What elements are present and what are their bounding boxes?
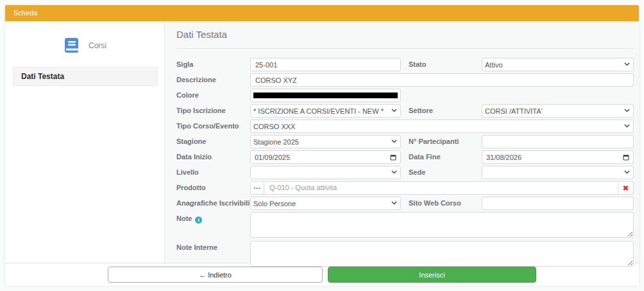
settore-label: Settore [409, 104, 482, 114]
data-inizio-input[interactable]: 01/09/2025 [250, 150, 401, 164]
color-swatch [253, 93, 398, 98]
back-button[interactable]: ← Indietro [108, 267, 323, 283]
ellipsis-icon: ••• [253, 186, 260, 191]
panel-divider [176, 48, 634, 49]
note-interne-textarea[interactable] [250, 241, 634, 267]
form-row-sigla-stato: Sigla Stato Attivo [176, 58, 634, 71]
sigla-label: Sigla [176, 58, 250, 68]
livello-label: Livello [176, 166, 250, 176]
prodotto-remove-button[interactable]: ✖ [618, 182, 633, 194]
scheda-card: Scheda Corsi Dati Testata [5, 5, 639, 286]
sidebar-item-label: Dati Testata [21, 72, 64, 81]
prodotto-value[interactable]: Q-010 - Quota attività [264, 182, 618, 194]
main-panel: Dati Testata Sigla Stato Attivo [165, 21, 639, 263]
sigla-input[interactable] [250, 58, 401, 71]
sidebar-item-dati-testata[interactable]: Dati Testata [13, 67, 158, 86]
stagione-label: Stagione [176, 135, 250, 145]
form-row-descrizione: Descrizione [176, 73, 634, 87]
livello-select[interactable] [250, 166, 401, 179]
form-row-tipocorso: Tipo Corso/Evento CORSO XXX [176, 119, 634, 133]
calendar-icon[interactable] [623, 154, 629, 161]
tipo-iscrizione-label: Tipo Iscrizione [176, 104, 250, 114]
anagrafiche-label: Anagrafiche Iscrivibili [176, 197, 250, 207]
data-inizio-value: 01/09/2025 [255, 154, 290, 161]
stagione-select[interactable]: Stagione 2025 [250, 135, 401, 148]
note-textarea[interactable] [250, 212, 634, 238]
descrizione-label: Descrizione [176, 73, 250, 84]
info-icon[interactable]: i [195, 216, 202, 224]
prodotto-label: Prodotto [176, 181, 250, 191]
sidebar: Corsi Dati Testata [5, 21, 165, 263]
anagrafiche-select[interactable]: Solo Persone [250, 197, 401, 210]
data-fine-label: Data Fine [409, 150, 482, 161]
calendar-icon[interactable] [390, 154, 396, 161]
note-label: Note [176, 215, 192, 222]
sito-web-input[interactable] [482, 197, 634, 210]
sede-label: Sede [409, 166, 482, 176]
colore-label: Colore [176, 89, 250, 99]
n-partecipanti-input[interactable] [482, 135, 634, 148]
page-title: Dati Testata [176, 29, 634, 40]
colore-picker[interactable] [250, 89, 401, 102]
form-row-date: Data Inizio 01/09/2025 Data Fine 31/08/2… [176, 150, 634, 164]
form-row-note-interne: Note Interne [176, 241, 634, 267]
sede-select[interactable] [482, 166, 634, 179]
tipo-corso-select[interactable]: CORSO XXX [250, 119, 634, 133]
stato-select[interactable]: Attivo [482, 58, 634, 71]
window-title: Scheda [13, 9, 37, 17]
form-row-note: Note i [176, 212, 634, 238]
prodotto-field: ••• Q-010 - Quota attività ✖ [250, 181, 634, 195]
window-titlebar: Scheda [5, 5, 639, 21]
form-row-colore: Colore [176, 89, 634, 102]
form-row-tipoiscrizione-settore: Tipo Iscrizione * ISCRIZIONE A CORSI/EVE… [176, 104, 634, 118]
data-fine-input[interactable]: 31/08/2026 [482, 150, 634, 164]
sito-web-label: Sito Web Corso [409, 197, 482, 207]
form-row-anagrafiche-sitoweb: Anagrafiche Iscrivibili Solo Persone Sit… [176, 197, 634, 210]
data-inizio-label: Data Inizio [176, 150, 250, 161]
form-row-livello-sede: Livello Sede [176, 166, 634, 179]
form-row-prodotto: Prodotto ••• Q-010 - Quota attività ✖ [176, 181, 634, 195]
data-fine-value: 31/08/2026 [486, 154, 521, 161]
sidebar-section-header: Corsi [5, 37, 164, 54]
prodotto-picker-button[interactable]: ••• [251, 182, 264, 194]
note-interne-label: Note Interne [176, 241, 250, 251]
book-icon [63, 37, 80, 54]
settore-select[interactable]: CORSI /ATTIVITA' [482, 104, 634, 118]
submit-button[interactable]: Inserisci [328, 267, 536, 283]
descrizione-input[interactable] [250, 73, 634, 87]
n-partecipanti-label: N° Partecipanti [409, 135, 482, 145]
form-row-stagione-partecipanti: Stagione Stagione 2025 N° Partecipanti [176, 135, 634, 148]
tipo-iscrizione-select[interactable]: * ISCRIZIONE A CORSI/EVENTI - NEW * [250, 104, 401, 118]
stato-label: Stato [409, 58, 482, 68]
sidebar-section-label: Corsi [89, 41, 106, 50]
tipo-corso-label: Tipo Corso/Evento [176, 119, 250, 130]
remove-icon: ✖ [622, 184, 629, 193]
